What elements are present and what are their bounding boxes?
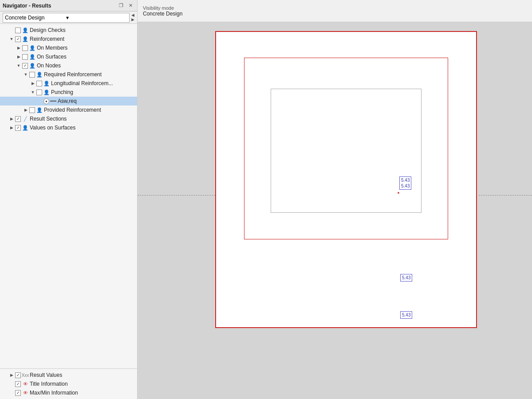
- dot-marker-1: [398, 192, 399, 194]
- tree-item-longitudinal[interactable]: ▶ 👤 Longitudinal Reinforcem...: [0, 79, 137, 88]
- dropdown-value: Concrete Design: [5, 15, 66, 21]
- toggle-required-reinforcement: ▼: [23, 72, 28, 77]
- label-asw-req: Asw,req: [58, 98, 77, 104]
- label-on-members: On Members: [37, 45, 67, 51]
- toggle-on-members: ▶: [16, 46, 21, 50]
- label-punching: Punching: [51, 89, 73, 95]
- tree-item-on-nodes[interactable]: ▼ 👤 On Nodes: [0, 61, 137, 70]
- bottom-section: ▶ Xxx Result Values 👁 Title Information …: [0, 368, 137, 399]
- tree-item-result-sections[interactable]: ▶ ╱ Result Sections: [0, 114, 137, 123]
- dropdown-bar: Concrete Design ▾ ◀ ▶: [0, 12, 137, 24]
- tree-item-asw-req[interactable]: Asw,req: [0, 97, 137, 106]
- label-result-sections: Result Sections: [30, 116, 67, 122]
- toggle-longitudinal: ▶: [30, 81, 35, 86]
- label-provided-reinforcement: Provided Reinforcement: [44, 107, 101, 113]
- tree-item-on-surfaces[interactable]: ▶ 👤 On Surfaces: [0, 52, 137, 61]
- panel-header-icons: ❐ ✕: [117, 2, 134, 9]
- checkbox-provided-reinforcement[interactable]: [29, 107, 35, 113]
- close-icon[interactable]: ✕: [127, 2, 134, 9]
- toggle-result-values: ▶: [9, 373, 14, 377]
- visibility-bar: Visibility mode Concrete Design: [138, 0, 532, 22]
- label-design-checks: Design Checks: [30, 27, 66, 33]
- label-values-on-surfaces: Values on Surfaces: [30, 125, 75, 131]
- value-label-2-line1: 5.43: [402, 275, 410, 281]
- tree-item-on-members[interactable]: ▶ 👤 On Members: [0, 43, 137, 52]
- restore-icon[interactable]: ❐: [117, 2, 125, 9]
- inner-gray-rect: [271, 89, 422, 213]
- left-panel: Navigator - Results ❐ ✕ Concrete Design …: [0, 0, 138, 399]
- checkbox-result-values[interactable]: [15, 372, 21, 378]
- tree-container: 👤 Design Checks ▼ 👤 Reinforcement ▶ 👤 On…: [0, 24, 137, 368]
- tree-item-provided-reinforcement[interactable]: ▶ 👤 Provided Reinforcement: [0, 106, 137, 114]
- checkbox-result-sections[interactable]: [15, 116, 21, 122]
- checkbox-on-nodes[interactable]: [22, 63, 28, 69]
- toggle-punching: ▼: [30, 90, 35, 94]
- value-label-3-line1: 5.43: [402, 312, 410, 318]
- checkbox-punching[interactable]: [36, 90, 42, 95]
- checkbox-on-surfaces[interactable]: [22, 54, 28, 60]
- label-required-reinforcement: Required Reinforcement: [44, 71, 102, 78]
- icon-result-sections: ╱: [22, 115, 29, 122]
- module-dropdown[interactable]: Concrete Design ▾: [3, 13, 130, 23]
- tree-item-design-checks[interactable]: 👤 Design Checks: [0, 26, 137, 35]
- checkbox-reinforcement[interactable]: [15, 36, 21, 42]
- dash-icon: [50, 101, 56, 102]
- dropdown-chevron: ▾: [66, 15, 127, 21]
- visibility-mode-value: Concrete Design: [143, 11, 527, 17]
- value-label-1-line2: 5.43: [401, 183, 410, 189]
- tree-item-punching[interactable]: ▼ 👤 Punching: [0, 88, 137, 97]
- icon-result-values: Xxx: [22, 372, 29, 379]
- label-title-information: Title Information: [30, 381, 68, 387]
- toggle-provided-reinforcement: ▶: [23, 108, 28, 112]
- label-maxmin-information: Max/Min Information: [30, 390, 78, 396]
- visibility-mode-label: Visibility mode: [143, 5, 527, 11]
- dashed-line-right: [479, 195, 532, 196]
- checkbox-maxmin-information[interactable]: [15, 390, 21, 396]
- tree-item-required-reinforcement[interactable]: ▼ 👤 Required Reinforcement: [0, 70, 137, 79]
- label-result-values: Result Values: [30, 372, 62, 378]
- prev-arrow[interactable]: ◀: [131, 13, 134, 17]
- value-label-1: 5.43 5.43: [399, 176, 411, 190]
- toggle-on-surfaces: ▶: [16, 55, 21, 59]
- tree-item-maxmin-information[interactable]: 👁 Max/Min Information: [0, 388, 137, 397]
- next-arrow[interactable]: ▶: [131, 18, 134, 22]
- tree-item-values-on-surfaces[interactable]: ▶ 👤 Values on Surfaces: [0, 123, 137, 132]
- toggle-values-on-surfaces: ▶: [9, 125, 14, 130]
- icon-longitudinal: 👤: [43, 80, 50, 87]
- toggle-reinforcement: ▼: [9, 37, 14, 41]
- icon-on-nodes: 👤: [29, 62, 36, 69]
- icon-title-information: 👁: [22, 380, 29, 387]
- checkbox-on-members[interactable]: [22, 45, 28, 51]
- tree-item-title-information[interactable]: 👁 Title Information: [0, 379, 137, 388]
- icon-punching: 👤: [43, 89, 50, 96]
- toggle-on-nodes: ▼: [16, 63, 21, 68]
- icon-reinforcement: 👤: [22, 35, 29, 43]
- checkbox-required-reinforcement[interactable]: [29, 72, 35, 78]
- checkbox-title-information[interactable]: [15, 381, 21, 387]
- panel-header: Navigator - Results ❐ ✕: [0, 0, 137, 12]
- radio-asw-req[interactable]: [43, 98, 49, 104]
- label-on-nodes: On Nodes: [37, 63, 61, 69]
- checkbox-values-on-surfaces[interactable]: [15, 125, 21, 131]
- icon-maxmin-information: 👁: [22, 389, 29, 396]
- dashed-line-left: [138, 195, 215, 196]
- checkbox-longitudinal[interactable]: [36, 81, 42, 86]
- icon-values-on-surfaces: 👤: [22, 124, 29, 131]
- icon-required-reinforcement: 👤: [36, 71, 43, 78]
- icon-on-members: 👤: [29, 44, 36, 51]
- nav-arrows: ◀ ▶: [131, 13, 134, 22]
- value-label-1-line1: 5.43: [401, 177, 410, 183]
- tree-item-reinforcement[interactable]: ▼ 👤 Reinforcement: [0, 35, 137, 43]
- label-on-surfaces: On Surfaces: [37, 54, 67, 60]
- label-longitudinal: Longitudinal Reinforcem...: [51, 80, 113, 86]
- tree-item-result-values[interactable]: ▶ Xxx Result Values: [0, 371, 137, 379]
- icon-on-surfaces: 👤: [29, 53, 36, 60]
- canvas-area[interactable]: 5.43 5.43 5.43 5.43: [138, 22, 532, 399]
- checkbox-design-checks[interactable]: [15, 27, 21, 33]
- value-label-3: 5.43: [400, 311, 412, 319]
- value-label-2: 5.43: [400, 274, 412, 282]
- icon-design-checks: 👤: [22, 27, 29, 34]
- label-reinforcement: Reinforcement: [30, 36, 64, 42]
- panel-title: Navigator - Results: [3, 3, 51, 9]
- icon-provided-reinforcement: 👤: [36, 106, 43, 113]
